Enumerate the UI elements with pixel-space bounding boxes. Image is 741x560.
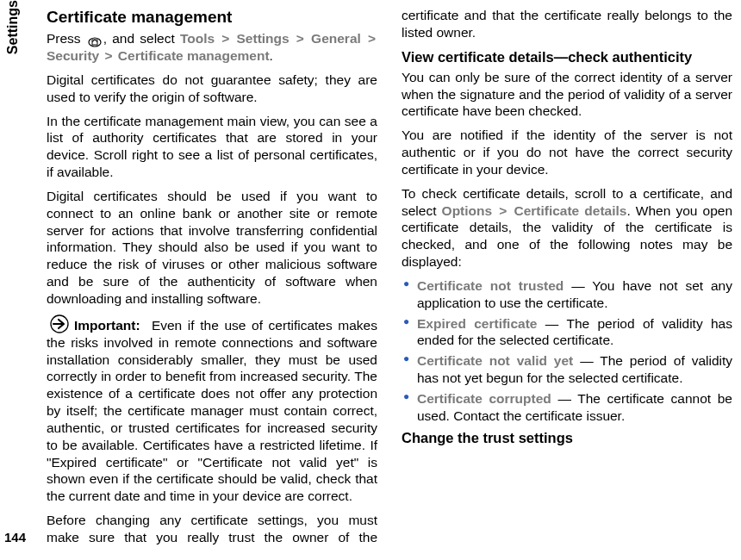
path-security: Security <box>47 48 99 63</box>
section-tab: Settings <box>0 0 26 103</box>
path-general: General <box>311 31 361 46</box>
press-text-pre: Press <box>47 31 86 46</box>
home-key-icon <box>88 34 102 45</box>
page-number: 144 <box>4 530 26 544</box>
note-term: Expired certificate <box>417 316 537 331</box>
note-term: Certificate not valid yet <box>417 353 573 368</box>
heading-cert-management: Certificate management <box>47 7 377 28</box>
path-tools: Tools <box>180 31 215 46</box>
important-arrow-icon <box>47 314 72 334</box>
svg-rect-1 <box>92 40 97 45</box>
path-cert-details: Certificate details <box>514 203 626 218</box>
subheading-trust-settings: Change the trust settings <box>402 429 732 447</box>
important-text: Even if the use of certificates makes th… <box>47 318 377 503</box>
paragraph: Digital certificates do not guarantee sa… <box>47 72 377 106</box>
chevron-right-icon: > <box>103 48 114 63</box>
press-text-post: , and select <box>103 31 180 46</box>
list-item: Certificate not trusted — You have not s… <box>402 277 732 312</box>
chevron-right-icon: > <box>220 31 231 46</box>
note-term: Certificate not trusted <box>417 278 564 293</box>
important-note: Important: Even if the use of certificat… <box>47 314 377 505</box>
subheading-view-details: View certificate details—check authentic… <box>402 48 732 66</box>
list-item: Certificate corrupted — The certificate … <box>402 390 732 425</box>
chevron-right-icon: > <box>295 31 306 46</box>
list-item: Expired certificate — The period of vali… <box>402 315 732 350</box>
path-settings: Settings <box>237 31 290 46</box>
paragraph: In the certificate management main view,… <box>47 113 377 181</box>
list-item: Certificate not valid yet — The period o… <box>402 352 732 387</box>
important-label: Important: <box>74 318 140 333</box>
paragraph: Digital certificates should be used if y… <box>47 188 377 308</box>
path-cert-mgmt: Certificate management <box>118 48 270 63</box>
section-tab-label: Settings <box>5 0 21 61</box>
paragraph: You are notified if the identity of the … <box>402 127 732 177</box>
page-content: Certificate management Press , and selec… <box>29 0 741 551</box>
path-options: Options <box>442 203 493 218</box>
certificate-notes-list: Certificate not trusted — You have not s… <box>402 277 732 425</box>
paragraph: You can only be sure of the correct iden… <box>402 69 732 120</box>
nav-instruction: Press , and select Tools > Settings > Ge… <box>47 30 377 65</box>
chevron-right-icon: > <box>366 31 377 46</box>
note-term: Certificate corrupted <box>417 391 551 406</box>
paragraph-check-details: To check certificate details, scroll to … <box>402 185 732 271</box>
chevron-right-icon: > <box>497 203 508 218</box>
